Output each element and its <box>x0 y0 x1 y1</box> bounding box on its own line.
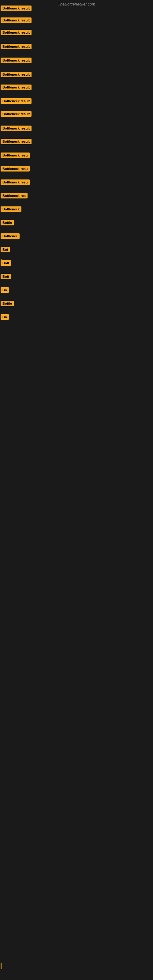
bottleneck-badge-21[interactable]: Bott <box>1 274 11 279</box>
bottleneck-badge-container-17: Bottle <box>1 220 14 227</box>
bottleneck-badge-container-21: Bott <box>1 274 11 280</box>
bottleneck-badge-container-1: Bottleneck result <box>1 5 32 12</box>
bottleneck-badge-container-24: Bo <box>1 314 9 321</box>
bottleneck-badge-container-13: Bottleneck resu <box>1 166 30 173</box>
vertical-bar-2 <box>1 963 2 969</box>
bottleneck-badge-container-2: Bottleneck result <box>1 18 32 24</box>
bottleneck-badge-12[interactable]: Bottleneck resu <box>1 153 30 158</box>
bottleneck-badge-container-7: Bottleneck result <box>1 84 32 91</box>
bottleneck-badge-8[interactable]: Bottleneck result <box>1 98 32 104</box>
bottleneck-badge-container-4: Bottleneck result <box>1 44 32 51</box>
bottleneck-badge-container-11: Bottleneck result <box>1 139 32 145</box>
bottleneck-badge-20[interactable]: Bott <box>1 260 11 266</box>
bottleneck-badge-22[interactable]: Bo <box>1 287 9 293</box>
bottleneck-badge-container-15: Bottleneck res <box>1 193 27 200</box>
bottleneck-badge-container-10: Bottleneck result <box>1 126 32 132</box>
bottleneck-badge-23[interactable]: Bottle <box>1 301 14 306</box>
bottleneck-badge-11[interactable]: Bottleneck result <box>1 139 32 144</box>
bottleneck-badge-9[interactable]: Bottleneck result <box>1 111 32 117</box>
bottleneck-badge-14[interactable]: Bottleneck resu <box>1 180 30 185</box>
bottleneck-badge-container-9: Bottleneck result <box>1 111 32 118</box>
bottleneck-badge-16[interactable]: Bottleneck <box>1 207 21 212</box>
bottleneck-badge-13[interactable]: Bottleneck resu <box>1 166 30 172</box>
bottleneck-badge-container-19: Bot <box>1 247 10 254</box>
bottleneck-badge-24[interactable]: Bo <box>1 314 9 320</box>
bottleneck-badge-19[interactable]: Bot <box>1 247 10 252</box>
bottleneck-badge-10[interactable]: Bottleneck result <box>1 126 32 131</box>
bottleneck-badge-15[interactable]: Bottleneck res <box>1 193 27 199</box>
bottleneck-badge-container-18: Bottlenec <box>1 233 19 240</box>
bottleneck-badge-6[interactable]: Bottleneck result <box>1 72 32 77</box>
bottleneck-badge-container-22: Bo <box>1 287 9 294</box>
bottleneck-badge-7[interactable]: Bottleneck result <box>1 84 32 90</box>
bottleneck-badge-container-12: Bottleneck resu <box>1 153 30 159</box>
bottleneck-badge-container-3: Bottleneck result <box>1 30 32 37</box>
bottleneck-badge-17[interactable]: Bottle <box>1 220 14 225</box>
bottleneck-badge-container-6: Bottleneck result <box>1 72 32 78</box>
bottleneck-badge-5[interactable]: Bottleneck result <box>1 57 32 63</box>
bottleneck-badge-container-14: Bottleneck resu <box>1 180 30 186</box>
bottleneck-badge-18[interactable]: Bottlenec <box>1 233 19 239</box>
bottleneck-badge-4[interactable]: Bottleneck result <box>1 44 32 49</box>
bottleneck-badge-3[interactable]: Bottleneck result <box>1 30 32 35</box>
bottleneck-badge-1[interactable]: Bottleneck result <box>1 5 32 11</box>
bottleneck-badge-container-20: Bott <box>1 260 11 267</box>
vertical-bar-1 <box>1 259 2 265</box>
bottleneck-badge-container-16: Bottleneck <box>1 207 21 213</box>
bottleneck-badge-container-23: Bottle <box>1 301 14 307</box>
bottleneck-badge-container-8: Bottleneck result <box>1 98 32 105</box>
bottleneck-badge-2[interactable]: Bottleneck result <box>1 18 32 23</box>
bottleneck-badge-container-5: Bottleneck result <box>1 57 32 64</box>
